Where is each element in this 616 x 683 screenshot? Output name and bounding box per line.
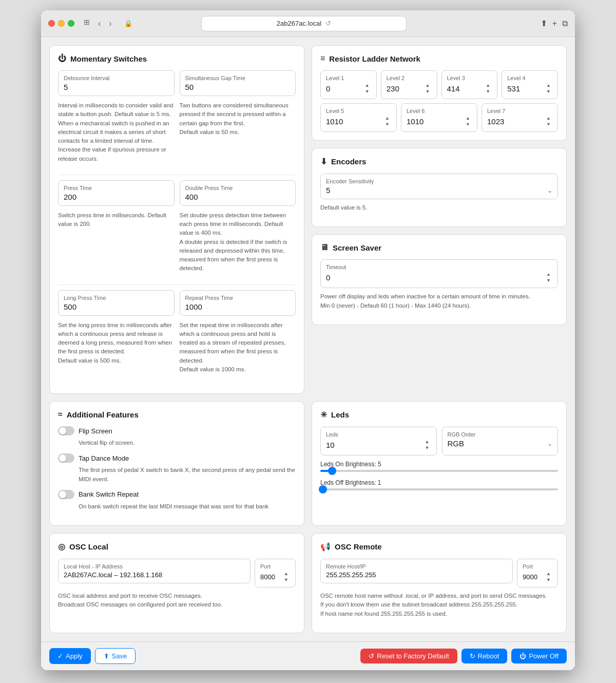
level-7-up[interactable]: ▲ xyxy=(545,116,552,121)
leds-count-label: Leds xyxy=(326,431,431,438)
osc-remote-host-field: Remote Host/IP 255.255.255.255 xyxy=(320,559,513,583)
long-desc: Set the long press time in milliseconds … xyxy=(58,321,175,374)
repeat-press-value[interactable]: 1000 xyxy=(185,302,291,311)
add-tab-button[interactable]: + xyxy=(552,18,557,28)
level-7-down[interactable]: ▼ xyxy=(545,122,552,127)
repeat-desc: Set the repeat time in milliseconds afte… xyxy=(180,321,296,374)
level-7-value[interactable]: 1023 xyxy=(487,117,504,126)
encoders-section: ⬇ Encoders Encoder Sensitivity 5 ⌄ Defau… xyxy=(312,148,567,227)
level-6-label: Level 6 xyxy=(407,108,472,114)
toggle-icon: ⏻ xyxy=(58,54,66,63)
rgb-order-field: RGB Order RGB ⌄ xyxy=(442,427,559,456)
leds-count-up[interactable]: ▲ xyxy=(424,439,431,445)
level-2-value[interactable]: 230 xyxy=(387,84,399,93)
brightness-on-track[interactable] xyxy=(320,470,558,472)
level-1-down[interactable]: ▼ xyxy=(363,89,371,94)
brightness-on-thumb[interactable] xyxy=(328,467,336,475)
reset-factory-button[interactable]: ↺ Reset to Factory Default xyxy=(360,649,457,663)
level-5-up[interactable]: ▲ xyxy=(383,116,391,121)
share-button[interactable]: ⬆ xyxy=(541,18,547,28)
press-time-label: Press Time xyxy=(64,185,169,191)
tap-dance-row: Tap Dance Mode xyxy=(58,453,296,463)
level-6-up[interactable]: ▲ xyxy=(464,116,472,121)
url-bar[interactable]: 2ab267ac.local ↺ xyxy=(201,16,407,31)
level-6-value[interactable]: 1010 xyxy=(407,117,424,126)
level-1-up[interactable]: ▲ xyxy=(363,83,371,88)
double-press-value[interactable]: 400 xyxy=(185,193,291,201)
encoder-sensitivity-value[interactable]: 5 xyxy=(326,186,330,195)
tap-dance-toggle[interactable] xyxy=(58,453,74,463)
osc-local-host-label: Local Host - IP Address xyxy=(64,563,245,570)
tabs-button[interactable]: ⧉ xyxy=(562,18,568,28)
level-4-up[interactable]: ▲ xyxy=(545,83,552,88)
flip-screen-toggle[interactable] xyxy=(58,426,74,435)
rgb-dropdown-icon[interactable]: ⌄ xyxy=(547,440,552,447)
minimize-button[interactable] xyxy=(58,20,65,27)
flip-screen-label: Flip Screen xyxy=(79,427,112,435)
timeout-value[interactable]: 0 xyxy=(326,273,330,282)
level-5-down[interactable]: ▼ xyxy=(383,122,391,127)
level-3-down[interactable]: ▼ xyxy=(484,89,492,94)
level-3-value[interactable]: 414 xyxy=(447,84,460,93)
traffic-lights xyxy=(48,20,74,27)
reboot-button[interactable]: ↻ Reboot xyxy=(461,649,508,663)
leds-count-field: Leds 10 ▲ ▼ xyxy=(320,427,437,456)
tap-dance-desc: The first press of pedal X switch to ban… xyxy=(79,466,296,484)
osc-remote-port-down[interactable]: ▼ xyxy=(545,577,552,583)
brightness-off-track[interactable] xyxy=(320,488,558,490)
resistor-icon: ≡ xyxy=(320,54,325,63)
osc-local-host-value[interactable]: 2AB267AC.local – 192.168.1.168 xyxy=(64,571,245,579)
osc-local-port-value[interactable]: 8000 xyxy=(260,573,275,581)
rgb-order-value[interactable]: RGB xyxy=(448,439,465,448)
reload-icon[interactable]: ↺ xyxy=(325,20,331,27)
level-1-value[interactable]: 0 xyxy=(326,84,330,93)
osc-remote-host-value[interactable]: 255.255.255.255 xyxy=(326,571,507,579)
additional-features-title: ≈ Additional Features xyxy=(58,410,296,419)
resistor-ladder-section: ≡ Resistor Ladder Network Level 1 0 ▲ ▼ xyxy=(312,45,567,141)
level-2-down[interactable]: ▼ xyxy=(424,89,432,94)
encoder-dropdown-icon[interactable]: ⌄ xyxy=(547,187,552,194)
tab-switcher-icon: ⊞ xyxy=(84,18,90,29)
level-4-value[interactable]: 531 xyxy=(507,84,520,93)
level-2-up[interactable]: ▲ xyxy=(424,83,432,88)
maximize-button[interactable] xyxy=(68,20,74,27)
timeout-label: Timeout xyxy=(326,264,552,270)
leds-count-down[interactable]: ▼ xyxy=(424,445,431,451)
brightness-on-section: Leds On Brightness: 5 xyxy=(320,461,558,472)
long-press-group: Long Press Time 500 Repeat Press Time 10… xyxy=(58,290,296,316)
right-column: ≡ Resistor Ladder Network Level 1 0 ▲ ▼ xyxy=(312,45,567,394)
level-5-value[interactable]: 1010 xyxy=(326,117,343,126)
osc-local-port-down[interactable]: ▼ xyxy=(282,577,290,583)
simultaneous-label: Simultaneous Gap Time xyxy=(185,75,291,81)
encoder-desc: Default value is 5. xyxy=(320,203,558,212)
power-off-button[interactable]: ⏻ Power Off xyxy=(511,649,567,663)
reboot-icon: ↻ xyxy=(470,652,475,660)
tap-dance-knob xyxy=(59,454,66,462)
timeout-down[interactable]: ▼ xyxy=(545,278,552,283)
forward-button[interactable]: › xyxy=(106,18,114,29)
timeout-up[interactable]: ▲ xyxy=(545,272,552,277)
simultaneous-value[interactable]: 50 xyxy=(185,83,291,91)
long-press-value[interactable]: 500 xyxy=(64,302,169,311)
debounce-value[interactable]: 5 xyxy=(64,83,169,91)
leds-count-value[interactable]: 10 xyxy=(326,441,335,449)
osc-remote-port-value[interactable]: 9000 xyxy=(523,573,537,581)
reset-icon: ↺ xyxy=(369,652,374,660)
osc-remote-section: 📢 OSC Remote Remote Host/IP 255.255.255.… xyxy=(312,533,567,633)
apply-button[interactable]: ✓ Apply xyxy=(49,648,91,664)
double-desc: Set double press detection time between … xyxy=(180,211,296,273)
features-icon: ≈ xyxy=(58,410,63,419)
osc-local-port-up[interactable]: ▲ xyxy=(282,571,290,577)
bank-switch-toggle[interactable] xyxy=(58,490,74,499)
long-desc-group: Set the long press time in milliseconds … xyxy=(58,321,296,381)
osc-remote-port-up[interactable]: ▲ xyxy=(545,571,552,577)
close-button[interactable] xyxy=(48,20,55,27)
back-button[interactable]: ‹ xyxy=(95,18,104,29)
save-button[interactable]: ⬆ Save xyxy=(95,648,136,664)
brightness-off-thumb[interactable] xyxy=(319,485,327,494)
level-6-down[interactable]: ▼ xyxy=(464,122,472,127)
level-6-field: Level 6 1010 ▲ ▼ xyxy=(401,103,477,132)
level-3-up[interactable]: ▲ xyxy=(484,83,492,88)
level-4-down[interactable]: ▼ xyxy=(545,89,552,94)
press-time-value[interactable]: 200 xyxy=(64,193,169,201)
